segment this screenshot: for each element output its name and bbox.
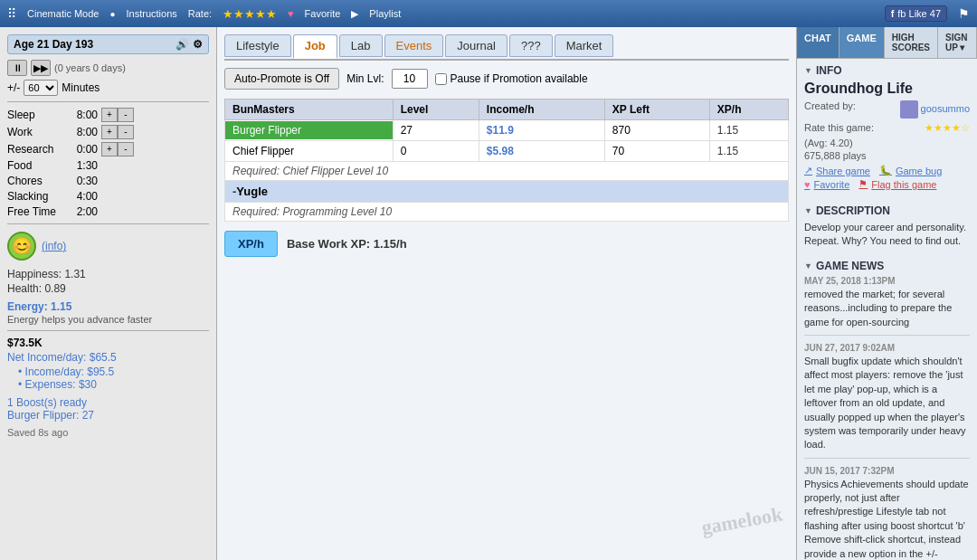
table-row: -Yugle — [225, 181, 789, 203]
job-controls: Auto-Promote is Off Min Lvl: Pause if Pr… — [224, 68, 789, 90]
xph-btn[interactable]: XP/h — [224, 231, 278, 257]
info-section: INFO Groundhog Life Created by: goosummo… — [797, 59, 977, 199]
forward-btn[interactable]: ▶▶ — [31, 60, 51, 76]
sound-icon[interactable]: 🔊 — [175, 38, 189, 51]
energy-section: Energy: 1.15 Energy helps you advance fa… — [7, 300, 209, 325]
boost-section: 1 Boost(s) ready Burger Flipper: 27 — [7, 396, 209, 422]
creator-avatar — [900, 100, 918, 119]
auto-promote-btn[interactable]: Auto-Promote is Off — [224, 68, 339, 90]
tab-game[interactable]: GAME — [839, 27, 885, 58]
created-by-label: Created by: — [804, 100, 856, 119]
news-text-2: Small bugfix update which shouldn't affe… — [804, 355, 970, 452]
news-date-3: JUN 15, 2017 7:32PM — [804, 466, 970, 476]
news-entry-1: MAY 25, 2018 1:13PM removed the market; … — [804, 276, 970, 336]
plays-count: 675,888 plays — [804, 150, 970, 161]
sleep-dec-btn[interactable]: - — [118, 108, 134, 122]
job-name-cell[interactable]: Burger Flipper — [225, 120, 394, 141]
slacking-value: 4:00 — [66, 190, 98, 203]
avatar-face: 😊 — [7, 232, 36, 261]
income-day: • Income/day: $95.5 — [18, 365, 209, 378]
table-row: Required: Chief Flipper Level 10 — [225, 162, 789, 181]
circle-icon: ● — [109, 9, 115, 19]
cinematic-mode-btn[interactable]: Cinematic Mode — [27, 8, 99, 19]
tab-events[interactable]: Events — [384, 34, 444, 57]
game-news-header: GAME NEWS — [804, 260, 970, 272]
chores-row: Chores 0:30 — [7, 175, 209, 187]
job-table: BunMasters Level Income/h XP Left XP/h B… — [224, 99, 789, 222]
chores-label: Chores — [7, 175, 66, 187]
top-bar: ⠿ Cinematic Mode ● Instructions Rate: ★★… — [0, 0, 977, 27]
right-panel: CHAT GAME HIGH SCORES SIGN UP ▾ INFO Gro… — [796, 27, 977, 560]
slacking-label: Slacking — [7, 190, 66, 203]
action-links: ↗ Share game 🐛 Game bug ♥ Favorite ⚑ — [804, 165, 970, 190]
research-value: 0:00 — [66, 143, 98, 156]
research-dec-btn[interactable]: - — [118, 142, 134, 157]
work-inc-btn[interactable]: + — [101, 125, 118, 139]
tab-sign-up[interactable]: SIGN UP ▾ — [938, 27, 977, 58]
job-xph: 1.15 — [709, 141, 788, 162]
boost-text: 1 Boost(s) ready — [7, 396, 209, 409]
table-row[interactable]: Burger Flipper 27 $11.9 870 1.15 — [225, 120, 789, 141]
happiness-value: 1.31 — [64, 268, 85, 280]
divider-2 — [7, 223, 209, 224]
pause-btn[interactable]: ⏸ — [7, 60, 27, 76]
news-text-1: removed the market; for several reasons.… — [804, 288, 970, 329]
settings-icon[interactable]: ⚙ — [193, 38, 203, 51]
bug-icon: 🐛 — [879, 165, 892, 176]
grid-icon: ⠿ — [7, 6, 16, 21]
divider-3 — [7, 330, 209, 331]
table-row: Required: Programming Level 10 — [225, 203, 789, 222]
tab-unknown[interactable]: ??? — [509, 34, 553, 57]
plus-minus-label: +/- — [7, 81, 20, 94]
sleep-inc-btn[interactable]: + — [101, 108, 118, 122]
tab-high-scores[interactable]: HIGH SCORES — [885, 27, 938, 58]
job-xp-left: 870 — [604, 120, 709, 141]
xph-section: XP/h Base Work XP: 1.15/h — [224, 231, 789, 257]
info-header: INFO — [804, 64, 970, 77]
job-name-cell[interactable]: Chief Flipper — [225, 141, 394, 162]
rate-row: Rate this game: ★★★★☆ — [804, 122, 970, 134]
left-panel: Age 21 Day 193 🔊 ⚙ ⏸ ▶▶ (0 years 0 days)… — [0, 27, 217, 560]
news-date-1: MAY 25, 2018 1:13PM — [804, 276, 970, 286]
tab-lab[interactable]: Lab — [339, 34, 383, 57]
job-level: 0 — [393, 141, 479, 162]
tab-lifestyle[interactable]: Lifestyle — [224, 34, 291, 57]
main-container: Age 21 Day 193 🔊 ⚙ ⏸ ▶▶ (0 years 0 days)… — [0, 27, 977, 560]
instructions-btn[interactable]: Instructions — [127, 8, 177, 19]
sleep-label: Sleep — [7, 109, 66, 121]
favorite-link[interactable]: ♥ Favorite — [804, 178, 849, 190]
chores-value: 0:30 — [66, 175, 98, 187]
pause-checkbox[interactable] — [435, 73, 447, 85]
minutes-label: Minutes — [62, 81, 100, 94]
stars-display[interactable]: ★★★★★ — [223, 7, 277, 21]
work-dec-btn[interactable]: - — [118, 125, 134, 139]
energy-label: Energy: 1.15 — [7, 300, 209, 313]
share-game-link[interactable]: ↗ Share game — [804, 165, 870, 176]
game-bug-link[interactable]: 🐛 Game bug — [879, 165, 942, 176]
info-link[interactable]: (info) — [42, 240, 66, 252]
tab-journal[interactable]: Journal — [445, 34, 507, 57]
news-text-3: Physics Achievements should update prope… — [804, 478, 970, 560]
heart-icon: ♥ — [804, 179, 811, 190]
pause-label: Pause if Promotion available — [451, 72, 588, 85]
tab-chat[interactable]: CHAT — [797, 27, 839, 58]
playlist-btn[interactable]: Playlist — [369, 8, 401, 19]
flag-link[interactable]: ⚑ Flag this game — [858, 178, 936, 190]
col-xph: XP/h — [709, 100, 788, 120]
table-row[interactable]: Chief Flipper 0 $5.98 70 1.15 — [225, 141, 789, 162]
money-total: $73.5K — [7, 337, 209, 349]
tab-job[interactable]: Job — [293, 34, 337, 59]
tab-market[interactable]: Market — [555, 34, 614, 57]
game-stars[interactable]: ★★★★☆ — [925, 122, 970, 134]
play-icon: ▶ — [351, 8, 358, 20]
flag-icon[interactable]: ⚑ — [958, 6, 970, 21]
food-row: Food 1:30 — [7, 159, 209, 172]
creator-name[interactable]: goosummo — [921, 103, 970, 114]
health-value: 0.89 — [44, 282, 65, 295]
minutes-select[interactable]: 60 — [24, 80, 58, 96]
health-label: Health: — [7, 282, 42, 295]
fb-like-btn[interactable]: f fb Like 47 — [885, 5, 947, 22]
favorite-btn[interactable]: Favorite — [305, 8, 341, 19]
research-inc-btn[interactable]: + — [101, 142, 118, 157]
min-lvl-input[interactable] — [392, 69, 428, 89]
